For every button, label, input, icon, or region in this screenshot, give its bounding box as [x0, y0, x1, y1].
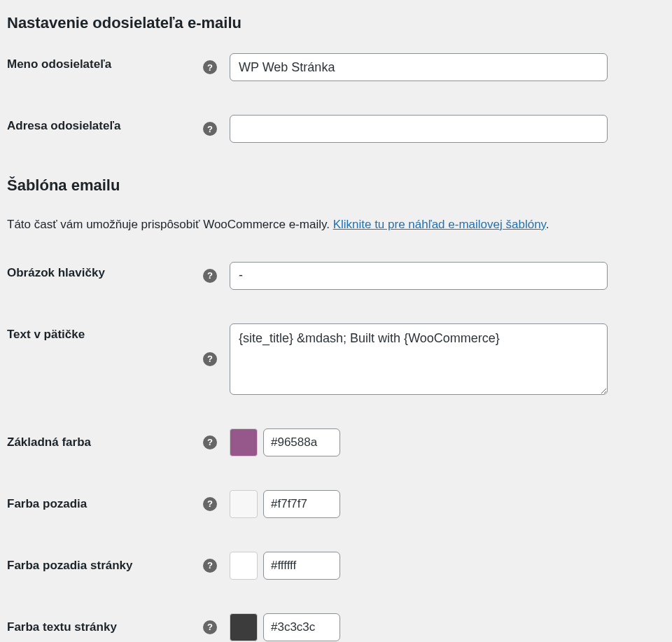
- sender-name-label: Meno odosielateľa: [7, 57, 111, 71]
- base-color-label: Základná farba: [7, 435, 91, 449]
- bg-color-swatch[interactable]: [230, 490, 258, 518]
- sender-address-label: Adresa odosielateľa: [7, 119, 120, 133]
- sender-address-row: Adresa odosielateľa ?: [7, 115, 665, 143]
- help-icon[interactable]: ?: [203, 497, 217, 511]
- sender-section-heading: Nastavenie odosielateľa e-mailu: [7, 14, 665, 32]
- preview-template-link[interactable]: Kliknite tu pre náhľad e-mailovej šablón…: [333, 218, 546, 231]
- body-text-color-row: Farba textu stránky ?: [7, 613, 665, 641]
- body-bg-color-label: Farba pozadia stránky: [7, 559, 133, 573]
- help-icon[interactable]: ?: [203, 122, 217, 136]
- footer-text-row: Text v pätičke ?: [7, 323, 665, 395]
- body-bg-color-swatch[interactable]: [230, 552, 258, 580]
- header-image-input[interactable]: [230, 262, 608, 290]
- help-icon[interactable]: ?: [203, 269, 217, 283]
- bg-color-row: Farba pozadia ?: [7, 490, 665, 518]
- body-text-color-input[interactable]: [263, 613, 340, 641]
- sender-address-input[interactable]: [230, 115, 608, 143]
- template-section-heading: Šablóna emailu: [7, 176, 665, 195]
- header-image-row: Obrázok hlavičky ?: [7, 262, 665, 290]
- bg-color-input[interactable]: [263, 490, 340, 518]
- help-icon[interactable]: ?: [203, 352, 217, 366]
- body-bg-color-input[interactable]: [263, 552, 340, 580]
- bg-color-label: Farba pozadia: [7, 497, 87, 511]
- sender-name-input[interactable]: [230, 53, 608, 81]
- sender-settings-section: Nastavenie odosielateľa e-mailu Meno odo…: [7, 14, 665, 143]
- template-description: Táto časť vám umožňuje prispôsobiť WooCo…: [7, 216, 665, 234]
- base-color-swatch[interactable]: [230, 428, 258, 456]
- header-image-label: Obrázok hlavičky: [7, 266, 105, 280]
- help-icon[interactable]: ?: [203, 435, 217, 449]
- template-description-suffix: .: [546, 218, 550, 231]
- footer-text-label: Text v pätičke: [7, 328, 85, 342]
- base-color-input[interactable]: [263, 428, 340, 456]
- body-bg-color-row: Farba pozadia stránky ?: [7, 552, 665, 580]
- footer-text-input[interactable]: [230, 323, 608, 395]
- body-text-color-label: Farba textu stránky: [7, 620, 117, 634]
- body-text-color-swatch[interactable]: [230, 613, 258, 641]
- email-template-section: Šablóna emailu Táto časť vám umožňuje pr…: [7, 176, 665, 641]
- help-icon[interactable]: ?: [203, 559, 217, 573]
- help-icon[interactable]: ?: [203, 620, 217, 634]
- base-color-row: Základná farba ?: [7, 428, 665, 456]
- template-description-prefix: Táto časť vám umožňuje prispôsobiť WooCo…: [7, 218, 333, 231]
- help-icon[interactable]: ?: [203, 60, 217, 74]
- sender-name-row: Meno odosielateľa ?: [7, 53, 665, 81]
